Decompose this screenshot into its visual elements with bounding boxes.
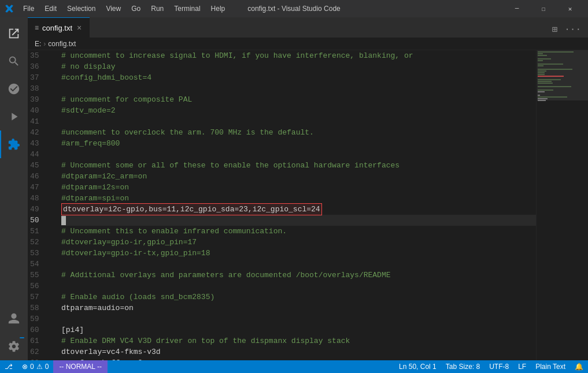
code-line-46[interactable]: #dtparam=i2c_arm=on [61, 171, 536, 182]
code-line-51[interactable]: # Uncomment this to enable infrared comm… [61, 226, 536, 237]
code-line-60[interactable]: [pi4] [61, 324, 536, 335]
tab-close-button[interactable]: × [76, 22, 83, 33]
tabs-bar: ≡ config.txt × ⊞ ··· [28, 17, 588, 38]
maximize-button[interactable]: ☐ [530, 0, 557, 17]
menu-bar: // Render menu items const menuData = JS… [19, 2, 230, 15]
comment-span: # Enable audio (loads snd_bcm2835) [61, 292, 215, 303]
menu-item-help[interactable]: Help [206, 2, 230, 15]
activity-search-icon[interactable] [0, 47, 28, 75]
notifications-button[interactable]: 🔔 [570, 360, 588, 373]
vcs-status[interactable]: ⎇ [0, 360, 17, 373]
comment-span: #dtparam=i2c_arm=on [61, 171, 147, 182]
code-line-52[interactable]: #dtoverlay=gpio-ir,gpio_pin=17 [61, 237, 536, 248]
error-count: 0 [30, 363, 34, 371]
code-line-48[interactable]: #dtparam=spi=on [61, 193, 536, 204]
tab-config-txt[interactable]: ≡ config.txt × [28, 17, 90, 38]
editor-content[interactable]: 3536373839404142434445464748495051525354… [28, 50, 588, 360]
minimap-viewport[interactable] [537, 50, 588, 100]
activity-extensions-icon[interactable] [0, 130, 28, 158]
title-bar-left: // Render menu items const menuData = JS… [5, 2, 230, 15]
comment-span: #dtoverlay=gpio-ir-tx,gpio_pin=18 [61, 248, 210, 259]
code-line-45[interactable]: # Uncomment some or all of these to enab… [61, 160, 536, 171]
line-number-54: 54 [30, 259, 51, 270]
vim-mode-indicator: -- NORMAL -- [53, 360, 108, 373]
code-line-41[interactable] [61, 116, 536, 127]
activity-explorer-icon[interactable] [0, 20, 28, 47]
code-line-47[interactable]: #dtparam=i2s=on [61, 182, 536, 193]
menu-item-file[interactable]: File [19, 2, 39, 15]
breadcrumb: E: › config.txt [28, 38, 588, 50]
code-line-40[interactable]: #sdtv_mode=2 [61, 105, 536, 116]
code-line-54[interactable] [61, 259, 536, 270]
line-number-61: 61 [30, 335, 51, 346]
code-line-59[interactable] [61, 314, 536, 324]
code-line-39[interactable]: # uncomment for composite PAL [61, 94, 536, 105]
cursor-position[interactable]: Ln 50, Col 1 [394, 360, 441, 373]
comment-span: #uncomment to overclock the arm. 700 MHz… [61, 127, 314, 138]
code-line-62[interactable]: dtoverlay=vc4-fkms-v3d [61, 346, 536, 357]
code-line-50[interactable] [61, 215, 536, 226]
code-line-36[interactable]: # no display [61, 61, 536, 72]
tab-file-icon: ≡ [35, 24, 39, 32]
menu-item-edit[interactable]: Edit [40, 2, 61, 15]
code-line-37[interactable]: #config_hdmi_boost=4 [61, 72, 536, 83]
minimap[interactable] [536, 50, 588, 360]
tab-size[interactable]: Tab Size: 8 [441, 360, 485, 373]
code-line-44[interactable] [61, 149, 536, 160]
code-line-35[interactable]: # uncomment to increase signal to HDMI, … [61, 50, 536, 61]
code-line-53[interactable]: #dtoverlay=gpio-ir-tx,gpio_pin=18 [61, 248, 536, 259]
window-title: config.txt - Visual Studio Code [247, 5, 341, 13]
code-line-56[interactable] [61, 281, 536, 292]
line-number-45: 45 [30, 160, 51, 171]
activity-run-icon[interactable] [0, 103, 28, 130]
activity-bar-bottom [0, 305, 28, 360]
code-line-38[interactable] [61, 83, 536, 94]
activity-scm-icon[interactable] [0, 75, 28, 103]
warning-count: 0 [45, 363, 49, 371]
line-number-58: 58 [30, 303, 51, 314]
status-bar-right: Ln 50, Col 1 Tab Size: 8 UTF-8 LF Plain … [394, 360, 588, 373]
line-number-56: 56 [30, 281, 51, 292]
comment-span: # Additional overlays and parameters are… [61, 270, 391, 281]
more-actions-button[interactable]: ··· [562, 22, 583, 37]
menu-item-selection[interactable]: Selection [62, 2, 100, 15]
highlighted-code-span: dtoverlay=i2c-gpio,bus=11,i2c_gpio_sda=2… [61, 203, 322, 215]
code-line-43[interactable]: #arm_freq=800 [61, 138, 536, 149]
tabs-actions: ⊞ ··· [550, 21, 588, 38]
menu-item-terminal[interactable]: Terminal [169, 2, 205, 15]
menu-item-view[interactable]: View [101, 2, 125, 15]
line-numbers: 3536373839404142434445464748495051525354… [28, 50, 57, 360]
line-number-43: 43 [30, 138, 51, 149]
code-area: 3536373839404142434445464748495051525354… [28, 50, 536, 360]
code-line-61[interactable]: # Enable DRM VC4 V3D driver on top of th… [61, 335, 536, 346]
code-line-63[interactable]: max_framebuffers=2 [61, 357, 536, 360]
code-line-49[interactable]: dtoverlay=i2c-gpio,bus=11,i2c_gpio_sda=2… [61, 204, 536, 215]
status-bar-left: ⎇ ⊗ 0 ⚠ 0 -- NORMAL -- [0, 360, 108, 373]
title-bar: // Render menu items const menuData = JS… [0, 0, 588, 17]
breadcrumb-file[interactable]: config.txt [48, 40, 76, 48]
code-line-55[interactable]: # Additional overlays and parameters are… [61, 270, 536, 281]
line-number-47: 47 [30, 182, 51, 193]
comment-span: #dtoverlay=gpio-ir,gpio_pin=17 [61, 237, 197, 248]
errors-warnings[interactable]: ⊗ 0 ⚠ 0 [17, 360, 53, 373]
split-editor-button[interactable]: ⊞ [550, 21, 560, 38]
code-lines[interactable]: # uncomment to increase signal to HDMI, … [57, 50, 536, 360]
code-line-57[interactable]: # Enable audio (loads snd_bcm2835) [61, 292, 536, 303]
comment-span: #sdtv_mode=2 [61, 105, 116, 116]
minimize-button[interactable]: ─ [504, 0, 530, 17]
comment-span: # uncomment to increase signal to HDMI, … [61, 50, 413, 61]
comment-span: # Enable DRM VC4 V3D driver on top of th… [61, 335, 350, 346]
line-ending[interactable]: LF [513, 360, 531, 373]
menu-item-go[interactable]: Go [127, 2, 145, 15]
close-button[interactable]: ✕ [557, 0, 583, 17]
code-line-58[interactable]: dtparam=audio=on [61, 303, 536, 314]
code-line-42[interactable]: #uncomment to overclock the arm. 700 MHz… [61, 127, 536, 138]
line-number-39: 39 [30, 94, 51, 105]
encoding[interactable]: UTF-8 [485, 360, 513, 373]
breadcrumb-drive[interactable]: E: [35, 40, 41, 48]
activity-settings-icon[interactable] [0, 333, 28, 360]
language-mode[interactable]: Plain Text [531, 360, 570, 373]
menu-item-run[interactable]: Run [146, 2, 168, 15]
comment-span: # Uncomment some or all of these to enab… [61, 160, 400, 171]
activity-account-icon[interactable] [0, 305, 28, 333]
